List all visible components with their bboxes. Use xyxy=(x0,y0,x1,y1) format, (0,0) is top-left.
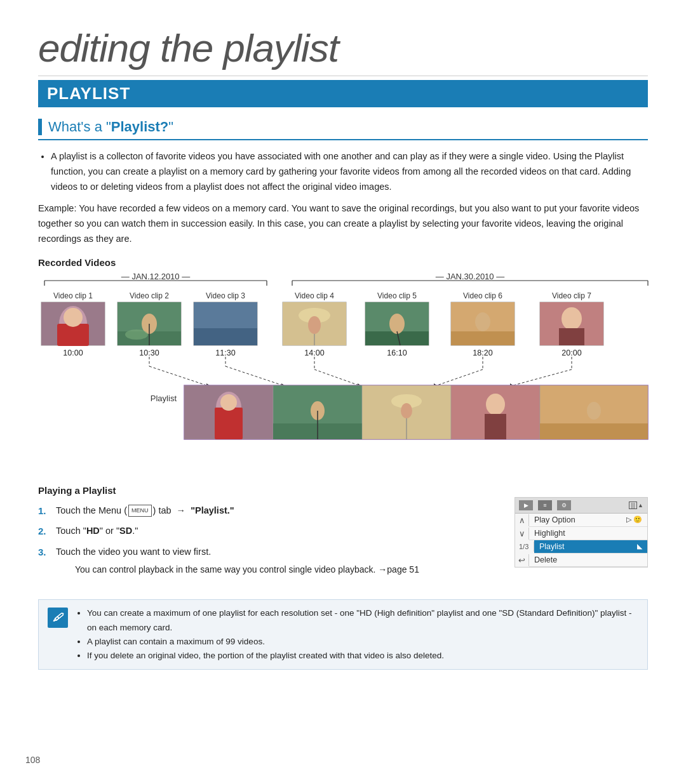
step-2-content: Touch "HD" or "SD." xyxy=(56,524,502,539)
what-is-title-pre: What's a " xyxy=(48,119,111,135)
menu-panel: ▶ ≡ ⚙ ||| ▲ ∧ Play Option ▷ 🙂 ∨ Highlig xyxy=(514,497,648,568)
menu-nav-down-row: ∨ Highlight xyxy=(515,527,647,540)
what-is-title-bold: Playlist? xyxy=(111,119,168,135)
svg-text:Playlist: Playlist xyxy=(151,394,177,403)
svg-point-33 xyxy=(308,316,321,334)
svg-rect-41 xyxy=(451,331,514,345)
svg-rect-18 xyxy=(57,324,89,346)
note-1: You can create a maximum of one playlist… xyxy=(87,606,638,635)
svg-rect-46 xyxy=(559,328,584,345)
step-3-num: 3. xyxy=(38,545,52,561)
menu-nav-playlist-row: 1/3 Playlist ◣ xyxy=(515,540,647,554)
svg-rect-85 xyxy=(485,414,506,439)
svg-point-88 xyxy=(587,402,601,420)
step-2: 2. Touch "HD" or "SD." xyxy=(38,524,502,540)
step-3-sub-1: You can control playback in the same way… xyxy=(75,562,502,576)
svg-point-82 xyxy=(401,403,412,418)
menu-icon-label: MENU xyxy=(128,505,152,517)
section-title-bar: PLAYLIST xyxy=(38,80,648,107)
svg-rect-73 xyxy=(215,408,243,439)
what-is-title-post: " xyxy=(168,119,173,135)
note-2: A playlist can contain a maximum of 99 v… xyxy=(87,635,638,649)
sub-section-title: What's a "Playlist?" xyxy=(38,119,648,140)
note-content: You can create a maximum of one playlist… xyxy=(76,606,638,663)
arrow-right-1: → xyxy=(177,503,186,519)
menu-item-playlist[interactable]: Playlist ◣ xyxy=(534,540,647,554)
menu-item-play-option[interactable]: Play Option ▷ 🙂 xyxy=(529,514,647,527)
playing-label: Playing a Playlist xyxy=(38,485,648,496)
page-indicator: 1/3 xyxy=(515,541,534,552)
svg-line-61 xyxy=(314,369,359,385)
svg-point-84 xyxy=(486,394,505,415)
step-1: 1. Touch the Menu (MENU) tab → "Playlist… xyxy=(38,503,502,519)
note-icon: 🖊 xyxy=(48,608,68,628)
svg-text:Video clip 6: Video clip 6 xyxy=(463,291,502,300)
svg-rect-28 xyxy=(194,328,257,345)
step-1-num: 1. xyxy=(38,503,52,519)
playing-section: Playing a Playlist ▶ ≡ ⚙ ||| ▲ ∧ Play Op… xyxy=(38,485,648,591)
play-icon: ▶ xyxy=(519,500,533,510)
grid-icon: ≡ xyxy=(538,500,552,510)
what-is-body: A playlist is a collecton of favorite vi… xyxy=(38,149,648,195)
svg-text:Video clip 2: Video clip 2 xyxy=(130,291,169,300)
step-2-num: 2. xyxy=(38,524,52,540)
what-is-bullet: A playlist is a collecton of favorite vi… xyxy=(51,149,648,195)
diagram-area: — JAN.12.2010 — — JAN.30.2010 — Video cl… xyxy=(38,274,648,474)
svg-text:Video clip 5: Video clip 5 xyxy=(377,291,417,300)
svg-text:16:10: 16:10 xyxy=(387,349,407,357)
gear-icon: ⚙ xyxy=(557,500,571,510)
main-title: editing the playlist xyxy=(38,25,648,76)
svg-point-25 xyxy=(125,329,148,340)
svg-line-55 xyxy=(149,366,206,385)
play-option-arrow: ▷ 🙂 xyxy=(626,515,642,524)
svg-text:Video clip 1: Video clip 1 xyxy=(53,291,93,300)
svg-rect-87 xyxy=(540,423,648,439)
svg-text:Video clip 7: Video clip 7 xyxy=(552,291,591,300)
menu-item-highlight[interactable]: Highlight xyxy=(529,527,647,540)
svg-text:— JAN.30.2010 —: — JAN.30.2010 — xyxy=(436,272,504,281)
menu-nav-delete-row: ↩ Delete xyxy=(515,554,647,567)
svg-text:10:00: 10:00 xyxy=(63,349,83,357)
menu-back-btn[interactable]: ↩ xyxy=(515,554,529,566)
svg-point-42 xyxy=(475,312,490,331)
step-1-content: Touch the Menu (MENU) tab → "Playlist." xyxy=(56,503,502,519)
example-text: Example: You have recorded a few videos … xyxy=(38,201,648,247)
step-3: 3. Touch the video you want to view firs… xyxy=(38,545,502,581)
blue-bar-decoration xyxy=(38,119,42,135)
clips-diagram: — JAN.12.2010 — — JAN.30.2010 — Video cl… xyxy=(38,274,648,471)
menu-panel-top: ▶ ≡ ⚙ ||| ▲ xyxy=(515,498,647,514)
svg-point-19 xyxy=(64,308,83,327)
playlist-arrow: ◣ xyxy=(637,542,642,550)
svg-point-74 xyxy=(220,394,237,411)
svg-text:10:30: 10:30 xyxy=(139,349,159,357)
menu-panel-nav: ∧ Play Option ▷ 🙂 ∨ Highlight 1/3 Playli… xyxy=(515,514,647,567)
menu-down-btn[interactable]: ∨ xyxy=(515,528,529,540)
svg-point-45 xyxy=(562,307,582,330)
svg-text:Video clip 4: Video clip 4 xyxy=(295,291,334,300)
svg-line-64 xyxy=(437,369,483,385)
svg-text:14:00: 14:00 xyxy=(304,349,324,357)
page-number: 108 xyxy=(25,755,40,765)
menu-up-btn[interactable]: ∧ xyxy=(515,514,529,526)
menu-nav-up-row: ∧ Play Option ▷ 🙂 xyxy=(515,514,647,527)
svg-text:11:30: 11:30 xyxy=(215,349,235,357)
step-3-sub-bullets: You can control playback in the same way… xyxy=(56,562,502,576)
svg-text:Video clip 3: Video clip 3 xyxy=(206,291,245,300)
svg-text:20:00: 20:00 xyxy=(562,349,581,357)
note-box: 🖊 You can create a maximum of one playli… xyxy=(38,599,648,670)
recorded-videos-label: Recorded Videos xyxy=(38,257,648,268)
menu-item-delete[interactable]: Delete xyxy=(529,554,647,567)
note-3: If you delete an original video, the por… xyxy=(87,649,638,663)
svg-line-67 xyxy=(513,369,572,385)
svg-text:18:20: 18:20 xyxy=(473,349,492,357)
svg-line-58 xyxy=(225,366,283,385)
battery-icon: ||| ▲ xyxy=(629,502,643,509)
svg-text:— JAN.12.2010 —: — JAN.12.2010 — xyxy=(121,272,190,281)
step-3-content: Touch the video you want to view first. … xyxy=(56,545,502,581)
svg-point-37 xyxy=(389,314,405,334)
note-list: You can create a maximum of one playlist… xyxy=(76,606,638,663)
